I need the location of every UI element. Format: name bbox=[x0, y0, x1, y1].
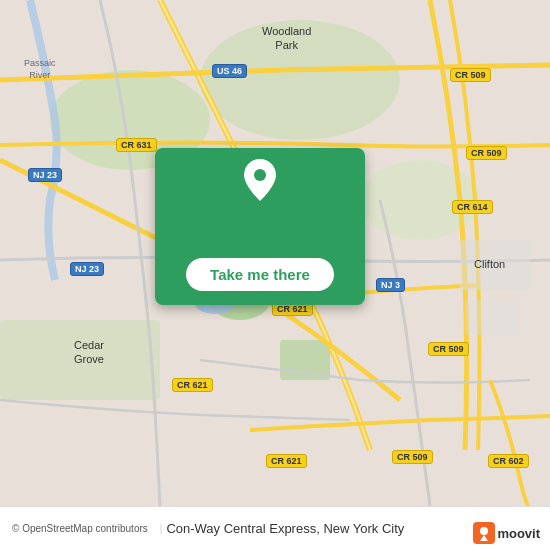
map-container: WoodlandPark Clifton CedarGrove PassaicR… bbox=[0, 0, 550, 550]
svg-point-12 bbox=[254, 169, 266, 181]
moovit-icon bbox=[473, 522, 495, 544]
svg-point-2 bbox=[200, 20, 400, 140]
take-me-there-button[interactable]: Take me there bbox=[186, 258, 334, 291]
bottom-bar: © OpenStreetMap contributors | Con-Way C… bbox=[0, 506, 550, 550]
svg-rect-4 bbox=[0, 320, 160, 400]
location-name: Con-Way Central Express, New York City bbox=[166, 521, 404, 536]
popup-card: Take me there bbox=[155, 148, 365, 305]
svg-point-14 bbox=[480, 527, 488, 535]
location-pin-svg bbox=[242, 158, 278, 202]
svg-rect-9 bbox=[465, 300, 515, 335]
svg-rect-8 bbox=[460, 240, 530, 290]
moovit-logo: moovit bbox=[473, 522, 540, 544]
copyright-text: © OpenStreetMap contributors bbox=[12, 523, 148, 534]
moovit-text: moovit bbox=[497, 526, 540, 541]
separator: | bbox=[160, 523, 163, 534]
